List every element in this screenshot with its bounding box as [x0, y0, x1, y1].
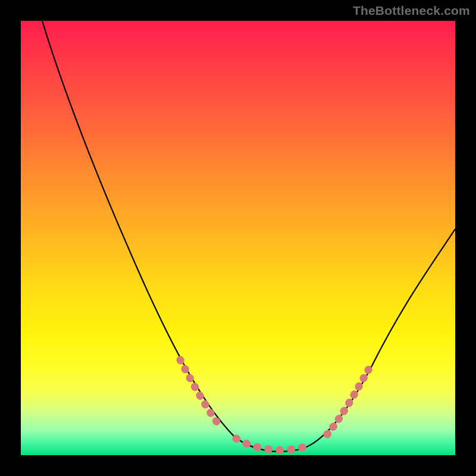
bottleneck-curve: [42, 21, 455, 452]
curve-layer: [21, 21, 455, 455]
plot-area: [21, 21, 455, 455]
watermark-text: TheBottleneck.com: [353, 4, 470, 18]
marker-left: [180, 360, 220, 427]
chart-frame: TheBottleneck.com: [0, 0, 476, 476]
marker-valley: [236, 439, 305, 450]
marker-right: [327, 369, 369, 434]
